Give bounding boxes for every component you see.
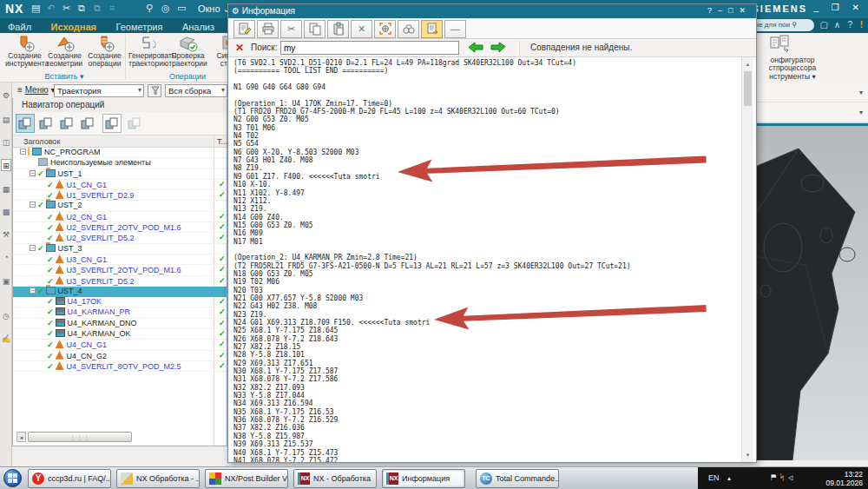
method-view-button[interactable] bbox=[78, 114, 97, 133]
graphics-viewport[interactable] bbox=[745, 126, 868, 460]
expander-icon[interactable]: − bbox=[30, 245, 36, 251]
create-geometry-button[interactable]: Создание геометрии bbox=[45, 35, 84, 71]
window-controls[interactable]: _ ❐ ✕ bbox=[814, 3, 865, 12]
expander-icon[interactable]: − bbox=[20, 149, 26, 155]
minimize-ribbon-icon[interactable]: ∧ bbox=[834, 20, 840, 30]
collapse-button[interactable]: — bbox=[444, 20, 466, 38]
create-operation-button[interactable]: Создание операции bbox=[85, 35, 124, 71]
paste-icon[interactable]: ⧉ bbox=[94, 3, 101, 14]
expander-icon[interactable]: − bbox=[30, 170, 36, 176]
save-icon[interactable]: ▤ bbox=[31, 3, 40, 14]
cut-icon[interactable]: ✂ bbox=[62, 3, 70, 14]
tree-row[interactable]: ✓U1_CN_G1✓ bbox=[13, 180, 227, 190]
cut-button[interactable]: ✂ bbox=[280, 20, 302, 38]
expander-icon[interactable]: − bbox=[30, 202, 36, 208]
create-tool-button[interactable]: Создание инструмента bbox=[5, 35, 44, 71]
delete-filter-button[interactable] bbox=[125, 114, 144, 133]
visual-report-icon[interactable]: ▣ bbox=[1, 275, 11, 287]
fullscreen-icon[interactable]: ▢ bbox=[820, 20, 828, 30]
paste-button[interactable] bbox=[327, 20, 349, 38]
tab-file[interactable]: Файл bbox=[0, 21, 39, 34]
tree-row[interactable]: −NC_PROGRAM bbox=[13, 148, 227, 158]
select-in-window-button[interactable] bbox=[374, 20, 396, 38]
taskbar-button[interactable]: NXИнформация bbox=[382, 469, 465, 488]
collapsed-toolbar-row[interactable]: ▾ bbox=[745, 83, 868, 102]
taskbar-button[interactable]: NXNX - Обработка bbox=[293, 469, 377, 488]
tree-row[interactable]: −✓UST_4 bbox=[13, 287, 227, 297]
tree-row[interactable]: ✓U4_CN_G2✓ bbox=[13, 351, 227, 361]
tray-icons[interactable]: ⚑ᛋ◁ bbox=[771, 472, 797, 482]
tree-row[interactable]: −✓UST_3 bbox=[13, 244, 227, 254]
close-search-icon[interactable]: ✕ bbox=[235, 42, 244, 54]
scroll-thumb[interactable]: ⋮⋮⋮ bbox=[28, 432, 132, 442]
tree-row[interactable]: ✓U2_SVERLIT_2OTV_POD_M1.6✓ bbox=[13, 222, 227, 233]
tree-row[interactable]: ✓U4_17OK✓ bbox=[13, 297, 227, 307]
tray-expand-icon[interactable]: ▴ bbox=[727, 474, 731, 482]
tree-row[interactable]: −✓UST_1 bbox=[13, 169, 227, 180]
program-order-view-button[interactable] bbox=[16, 114, 35, 133]
constraint-navigator-icon[interactable]: ◫ bbox=[1, 136, 11, 149]
generate-toolpath-button[interactable]: Генерировать траекторию bbox=[128, 35, 168, 71]
scroll-up-icon[interactable]: ▲ bbox=[742, 59, 753, 69]
tree-row[interactable]: −✓UST_2 bbox=[13, 201, 227, 211]
tab-geometry[interactable]: Геометрия bbox=[108, 21, 170, 34]
menu-button[interactable]: ≡ Меню ▾ bbox=[14, 84, 58, 96]
start-button[interactable] bbox=[3, 469, 22, 487]
find-button[interactable] bbox=[398, 20, 419, 38]
navigator-h-scrollbar[interactable]: ◂ ⋮⋮⋮ bbox=[16, 432, 155, 442]
tray-clock[interactable]: 13:2209.01.2026 bbox=[825, 470, 863, 487]
info-window-controls[interactable]: ?‒□✕ bbox=[707, 6, 752, 15]
taskbar-button[interactable]: Ycccp3d.ru | FAQ/... bbox=[28, 469, 111, 488]
filter-funnel-icon[interactable] bbox=[148, 84, 161, 97]
delete-button[interactable]: ✕ bbox=[351, 20, 372, 38]
detail-window-button[interactable] bbox=[102, 114, 122, 133]
tree-row[interactable]: ✓U3_SVERLIT_2OTV_POD_M1.6✓ bbox=[13, 265, 227, 275]
copy-icon[interactable]: ⧉ bbox=[78, 3, 85, 14]
tool-library-icon[interactable]: ⚒ bbox=[1, 228, 11, 241]
tree-row[interactable]: ✓U4_KARMAN_PR✓ bbox=[13, 307, 227, 318]
command-finder-icon[interactable]: ⚲ bbox=[146, 3, 153, 14]
tree-row[interactable]: ✓U4_KARMAN_DNO✓ bbox=[13, 319, 227, 329]
print-button[interactable] bbox=[257, 20, 279, 38]
nc-code-listing[interactable]: (T6 SVD2.1 SVD2.1_D51-0210 D=2.1 FL=24 L… bbox=[228, 57, 756, 462]
find-previous-icon[interactable] bbox=[468, 42, 483, 55]
find-next-icon[interactable] bbox=[490, 42, 506, 55]
expander-icon[interactable]: − bbox=[30, 287, 36, 294]
settings-icon[interactable]: ⚙ bbox=[1, 89, 11, 102]
tree-row[interactable]: ✓U4_SVERLIT_8OTV_POD_M2.5✓ bbox=[13, 361, 227, 372]
scroll-left-icon[interactable]: ◂ bbox=[16, 432, 26, 442]
undo-icon[interactable]: ↶ bbox=[47, 3, 55, 14]
taskbar-button[interactable]: NX Обработка - ... bbox=[116, 469, 200, 488]
tree-row[interactable]: ✓U4_CN_G1✓ bbox=[13, 340, 227, 350]
alert-icon[interactable]: ! bbox=[860, 20, 863, 30]
notes-icon[interactable]: ✍ bbox=[1, 333, 11, 345]
history-icon[interactable]: ◷ bbox=[1, 310, 11, 322]
assembly-navigator-icon[interactable]: ▤ bbox=[1, 114, 11, 126]
list-output-button[interactable] bbox=[421, 20, 443, 38]
part-navigator-icon[interactable]: ▩ bbox=[1, 206, 11, 218]
scroll-thumb[interactable] bbox=[744, 71, 752, 106]
scroll-down-icon[interactable]: ▼ bbox=[742, 450, 753, 460]
navigator-column-header[interactable]: ЗаголовокT... bbox=[13, 135, 227, 148]
repeat-icon[interactable]: ⌗ bbox=[109, 3, 115, 14]
machine-tool-view-button[interactable] bbox=[36, 114, 56, 133]
help-icon[interactable]: ? bbox=[847, 20, 852, 30]
tree-row[interactable]: ✓U2_CN_G1✓ bbox=[13, 212, 227, 222]
geometry-view-button[interactable] bbox=[57, 114, 76, 133]
window-menu[interactable]: Окно ⌄ bbox=[198, 3, 231, 15]
info-titlebar[interactable]: ⚙ Информация ?‒□✕ bbox=[228, 4, 756, 18]
tree-row[interactable]: ✓U3_CN_G1✓ bbox=[13, 254, 227, 265]
search-input[interactable] bbox=[280, 41, 459, 55]
copy-button[interactable] bbox=[304, 20, 326, 38]
tab-analysis[interactable]: Анализ bbox=[174, 21, 222, 34]
verify-toolpath-button[interactable]: Проверка траектории bbox=[168, 35, 207, 71]
edit-button[interactable] bbox=[233, 20, 255, 38]
machine-tool-navigator-icon[interactable]: ▦ bbox=[1, 183, 11, 195]
touch-mode-icon[interactable]: ◎ bbox=[161, 3, 170, 14]
setup-icon[interactable]: ◔ bbox=[1, 251, 11, 263]
taskbar-button[interactable]: NX/Post Builder V... bbox=[205, 469, 288, 488]
taskbar-button[interactable]: TCTotal Commande... bbox=[476, 469, 559, 488]
window-tile-icon[interactable]: ▭ bbox=[177, 3, 186, 14]
collapsed-toolbar-row[interactable]: ▾ bbox=[745, 102, 868, 122]
operation-navigator-icon[interactable]: ⊞ bbox=[1, 159, 11, 171]
